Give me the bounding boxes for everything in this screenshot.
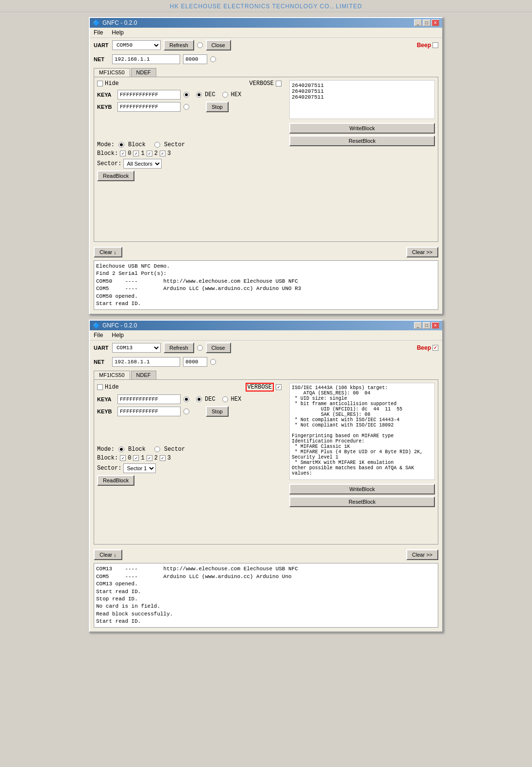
uart-select-1[interactable]: COM50 [112,40,161,50]
tab-mf1ics50-1[interactable]: MF1ICS50 [94,68,130,77]
beep-label-2: Beep [417,344,431,351]
dec-radio-1[interactable] [196,92,202,98]
keyb-radio-1[interactable] [183,104,189,110]
hex-radio-2[interactable] [222,396,228,402]
keyb-input-2[interactable] [117,407,181,416]
mode-label-2: Mode: [97,446,115,453]
sector-mode-radio-2[interactable] [154,446,160,452]
block3-cb-2[interactable] [160,455,166,461]
block1-cb-2[interactable] [133,455,139,461]
block2-cb-2[interactable] [147,455,152,461]
block3-cb-1[interactable] [160,151,166,156]
keyb-label-2: KEYB [97,409,115,414]
block0-cb-1[interactable] [120,151,126,156]
mode-row-1: Mode: Block Sector [97,141,285,148]
mode-label-1: Mode: [97,141,115,148]
refresh-button-2[interactable]: Refresh [164,342,194,353]
writeblock-button-2[interactable]: WriteBlock [289,484,435,494]
sector-row-2: Sector: Sector 1 [97,463,285,473]
bottom-btns-1: Clear ↓ Clear >> [90,244,442,260]
left-pane-1: Hide VERBOSE KEYA DEC HEX [97,80,285,181]
close-button-1[interactable]: ✕ [432,19,439,26]
net-port-2[interactable] [183,357,207,367]
maximize-button-1[interactable]: □ [423,19,431,26]
verbose-checkbox-2[interactable] [276,384,282,390]
action-btns-2: WriteBlock ResetBlock [289,484,435,507]
keya-radio-1[interactable] [183,92,189,98]
block0-cb-2[interactable] [120,455,126,461]
net-radio-1[interactable] [210,56,216,62]
keya-radio-2[interactable] [183,396,189,402]
hide-checkbox-1[interactable] [97,81,103,86]
net-label-2: NET [94,359,109,365]
hide-label-2: Hide [105,384,119,391]
menu-file-1[interactable]: File [92,29,105,36]
block-label-1: Block: [97,150,118,157]
uart-radio-2[interactable] [197,345,203,351]
net-port-1[interactable] [183,54,207,64]
menu-help-2[interactable]: Help [110,331,126,339]
tab-mf1ics50-2[interactable]: MF1ICS50 [94,371,130,379]
block-mode-radio-1[interactable] [118,142,124,148]
uart-row-2: UART COM13 Refresh Close Beep [90,341,442,355]
minimize-button-1[interactable]: _ [414,19,422,26]
sector-select-2[interactable]: Sector 1 [123,463,156,473]
resetblock-button-2[interactable]: ResetBlock [289,496,435,507]
uart-select-2[interactable]: COM13 [112,343,161,353]
window-1: 🔷 GNFC - 0.2.0 _ □ ✕ File Help UART COM5… [89,17,443,315]
stop-button-1[interactable]: Stop [206,102,229,112]
keyb-input-1[interactable] [117,102,181,112]
block2-cb-1[interactable] [147,151,152,156]
block0-label-2: 0 [128,455,131,461]
stop-button-2[interactable]: Stop [206,406,229,417]
dec-radio-2[interactable] [196,396,202,402]
hex-radio-1[interactable] [222,92,228,98]
maximize-button-2[interactable]: □ [423,322,431,329]
net-label-1: NET [94,56,109,62]
clear-left-button-1[interactable]: Clear ↓ [94,247,122,257]
keyb-label-1: KEYB [97,104,115,110]
net-radio-2[interactable] [210,359,216,365]
minimize-button-2[interactable]: _ [414,322,422,329]
tab-ndef-2[interactable]: NDEF [131,371,156,379]
tab-ndef-1[interactable]: NDEF [131,68,156,77]
sector-select-1[interactable]: All Sectors [123,159,162,169]
readblock-button-2[interactable]: ReadBlock [97,475,134,486]
readblock-button-1[interactable]: ReadBlock [97,170,134,181]
uart-radio-1[interactable] [197,42,203,48]
menu-file-2[interactable]: File [92,331,105,339]
net-row-1: NET [90,52,442,66]
menu-help-1[interactable]: Help [110,29,126,36]
net-row-2: NET [90,355,442,369]
app-icon-1: 🔷 [93,19,100,26]
net-ip-2[interactable] [112,357,180,367]
refresh-button-1[interactable]: Refresh [164,40,194,51]
block-mode-radio-2[interactable] [118,446,124,452]
beep-checkbox-1[interactable] [432,42,438,48]
keya-input-1[interactable] [117,90,181,100]
dec-label-2: DEC [205,396,216,403]
resetblock-button-1[interactable]: ResetBlock [289,136,435,146]
net-ip-1[interactable] [112,54,180,64]
writeblock-button-1[interactable]: WriteBlock [289,123,435,134]
hide-checkbox-2[interactable] [97,384,103,390]
close-conn-button-2[interactable]: Close [206,342,231,353]
block1-label-1: 1 [141,150,144,157]
beep-label-1: Beep [417,42,431,49]
clear-left-button-2[interactable]: Clear ↓ [94,549,122,560]
beep-checkbox-2[interactable] [432,345,438,351]
sector-mode-label-2: Sector [164,446,185,453]
close-button-2[interactable]: ✕ [432,322,439,329]
close-conn-button-1[interactable]: Close [206,40,231,51]
tabs-2: MF1ICS50 NDEF [90,369,442,379]
keya-input-2[interactable] [117,394,181,404]
title-bar-1: 🔷 GNFC - 0.2.0 _ □ ✕ [90,18,442,28]
window-title-1: GNFC - 0.2.0 [102,19,137,26]
sector-mode-radio-1[interactable] [154,142,160,148]
block1-cb-1[interactable] [133,151,139,156]
keyb-radio-2[interactable] [183,409,189,414]
clear-right-button-2[interactable]: Clear >> [406,549,438,560]
verbose-checkbox-1[interactable] [276,81,282,86]
uart-label-1: UART [94,42,109,48]
clear-right-button-1[interactable]: Clear >> [406,247,438,257]
